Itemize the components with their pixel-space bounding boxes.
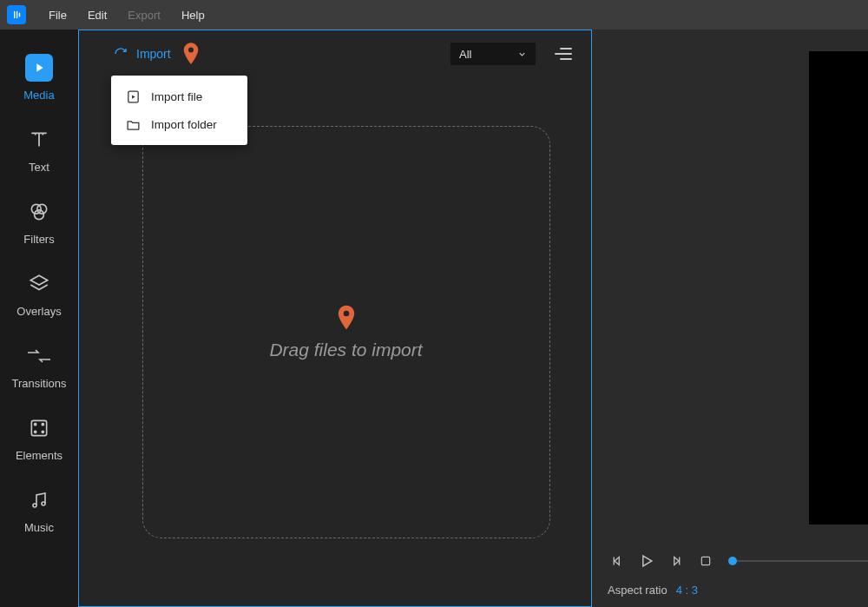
text-icon — [25, 126, 53, 154]
svg-rect-14 — [701, 557, 709, 564]
svg-rect-4 — [31, 420, 46, 435]
menu-help[interactable]: Help — [171, 0, 215, 30]
media-toolbar: Import All — [79, 30, 591, 77]
svg-point-6 — [42, 424, 43, 426]
svg-point-9 — [33, 504, 36, 507]
chevron-down-icon — [517, 49, 527, 59]
filter-selected: All — [459, 48, 471, 61]
menubar: File Edit Export Help — [0, 0, 868, 30]
sidebar-label-overlays: Overlays — [16, 305, 61, 318]
svg-point-8 — [42, 431, 43, 432]
aspect-ratio-row: Aspect ratio 4 : 3 — [608, 584, 698, 597]
sidebar-item-media[interactable]: Media — [0, 42, 78, 114]
menu-export: Export — [117, 0, 171, 30]
sidebar: Media Text Filters Overlays Transitions — [0, 30, 78, 607]
filters-icon — [25, 198, 53, 226]
menu-file[interactable]: File — [38, 0, 77, 30]
import-folder-option[interactable]: Import folder — [111, 110, 247, 138]
seek-handle[interactable] — [728, 557, 737, 565]
next-frame-button[interactable] — [667, 551, 686, 571]
sidebar-label-filters: Filters — [23, 233, 54, 246]
annotation-pin-icon — [183, 43, 199, 65]
sidebar-label-text: Text — [29, 161, 49, 174]
elements-icon — [25, 414, 53, 442]
sidebar-item-music[interactable]: Music — [0, 474, 78, 546]
overlays-icon — [25, 270, 53, 298]
preview-panel: Aspect ratio 4 : 3 — [592, 30, 868, 607]
folder-icon — [125, 116, 141, 132]
prev-frame-button[interactable] — [608, 551, 627, 571]
sidebar-label-music: Music — [24, 521, 54, 534]
music-icon — [25, 486, 53, 514]
stop-button[interactable] — [696, 551, 715, 571]
import-dropdown: Import file Import folder — [111, 76, 247, 145]
dropzone-container: Drag files to import — [79, 77, 591, 606]
sidebar-item-filters[interactable]: Filters — [0, 186, 78, 258]
sidebar-item-overlays[interactable]: Overlays — [0, 258, 78, 330]
sidebar-label-media: Media — [23, 89, 54, 102]
svg-point-10 — [42, 502, 45, 505]
app-logo — [7, 5, 26, 24]
sidebar-item-elements[interactable]: Elements — [0, 402, 78, 474]
seek-bar[interactable] — [733, 560, 868, 562]
sidebar-label-transitions: Transitions — [11, 377, 66, 390]
sidebar-item-text[interactable]: Text — [0, 114, 78, 186]
preview-controls — [608, 551, 868, 571]
dropzone[interactable]: Drag files to import — [142, 126, 550, 538]
list-view-button[interactable] — [555, 44, 574, 63]
sidebar-label-elements: Elements — [16, 449, 62, 462]
import-file-option[interactable]: Import file — [111, 82, 247, 110]
filter-dropdown[interactable]: All — [450, 43, 536, 65]
menu-edit[interactable]: Edit — [77, 0, 117, 30]
svg-point-13 — [343, 310, 349, 316]
annotation-pin-icon — [338, 305, 355, 331]
svg-point-11 — [188, 48, 194, 53]
play-icon — [25, 54, 53, 82]
svg-point-5 — [35, 424, 36, 426]
dropzone-hint: Drag files to import — [269, 340, 422, 360]
svg-point-2 — [37, 204, 47, 214]
import-label: Import — [136, 47, 171, 61]
import-button[interactable]: Import — [114, 47, 171, 61]
preview-video-area — [809, 51, 868, 525]
svg-point-7 — [35, 431, 36, 432]
media-panel: Import All Import file — [78, 30, 592, 607]
refresh-icon — [114, 47, 128, 61]
file-play-icon — [125, 89, 141, 104]
aspect-ratio-value[interactable]: 4 : 3 — [676, 584, 698, 597]
aspect-ratio-label: Aspect ratio — [608, 584, 667, 597]
play-button[interactable] — [637, 551, 656, 571]
import-folder-label: Import folder — [151, 118, 217, 131]
import-file-label: Import file — [151, 90, 202, 103]
svg-point-3 — [35, 210, 44, 220]
sidebar-item-transitions[interactable]: Transitions — [0, 330, 78, 402]
transitions-icon — [25, 342, 53, 370]
